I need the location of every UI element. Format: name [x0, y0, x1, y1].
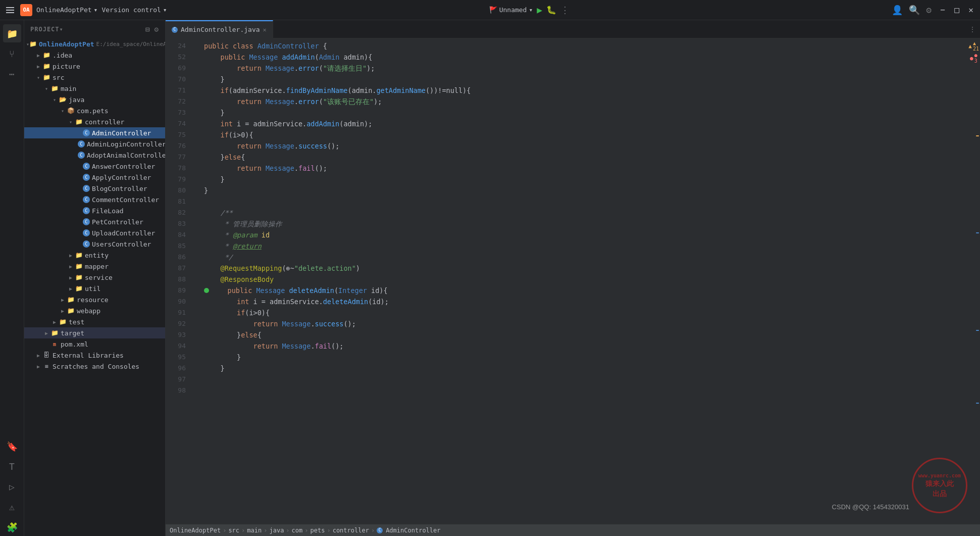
code-line	[196, 385, 970, 396]
tree-item-answercontroller[interactable]: ▶ C AnswerController	[24, 161, 165, 172]
tab-close-button[interactable]: ✕	[263, 26, 267, 33]
breadcrumb-java[interactable]: java	[269, 527, 284, 534]
sidebar-header-actions: ⊟ ⚙	[145, 25, 159, 33]
tree-item-src[interactable]: ▾ 📁 src	[24, 72, 165, 83]
close-button[interactable]: ✕	[966, 5, 976, 15]
code-line: return Message.fail();	[196, 163, 970, 174]
tree-item-service[interactable]: ▶ 📁 service	[24, 272, 165, 283]
tree-item-target[interactable]: ▶ 📁 target	[24, 327, 165, 338]
code-line: * @param id	[196, 229, 970, 240]
search-icon[interactable]: 🔍	[909, 5, 920, 15]
tree-item-applycontroller[interactable]: ▶ C ApplyController	[24, 172, 165, 183]
run-button[interactable]: ▶	[537, 5, 542, 15]
tree-item-root[interactable]: ▾ 📁 OnlineAdoptPet E:/idea_space/OnlineA…	[24, 38, 165, 50]
line-number: 52	[166, 52, 192, 63]
sidebar: Project ▾ ⊟ ⚙ ▾ 📁 OnlineAdoptPet E:/idea…	[24, 20, 166, 536]
lib-icon: 🗄	[42, 351, 50, 359]
code-line: @RequestMapping(⊕~"delete.action")	[196, 263, 970, 274]
breadcrumb-com[interactable]: com	[292, 527, 303, 534]
watermark: www.yuanrc.com 猿来入此 出品	[909, 455, 970, 516]
run-config[interactable]: 🚩 Unnamed ▾	[489, 6, 533, 14]
activity-terminal[interactable]: T	[3, 457, 21, 475]
title-bar-center: 🚩 Unnamed ▾ ▶ 🐛 ⋮	[489, 5, 570, 15]
tree-item-main[interactable]: ▾ 📁 main	[24, 83, 165, 94]
tree-item-picture[interactable]: ▶ 📁 picture	[24, 61, 165, 72]
tab-icon: C	[172, 27, 178, 33]
line-number: 85	[166, 240, 192, 252]
settings-sidebar-icon[interactable]: ⚙	[154, 25, 159, 33]
debug-button[interactable]: 🐛	[546, 5, 556, 15]
tree-item-fileload[interactable]: ▶ C FileLoad	[24, 205, 165, 216]
tree-item-entity[interactable]: ▶ 📁 entity	[24, 250, 165, 261]
code-line: }	[196, 363, 970, 374]
code-editor[interactable]: 2452697071727374757677787980818283848586…	[166, 38, 980, 524]
tab-more-button[interactable]: ⋮	[965, 25, 980, 33]
tree-item-test[interactable]: ▶ 📁 test	[24, 316, 165, 327]
tree-item-blogcontroller[interactable]: ▶ C BlogController	[24, 183, 165, 194]
breadcrumb-src[interactable]: src	[228, 527, 239, 534]
tree-item-idea[interactable]: ▶ 📁 .idea	[24, 50, 165, 61]
line-number: 84	[166, 229, 192, 240]
profile-icon[interactable]: 👤	[892, 5, 903, 15]
tree-item-admincontroller[interactable]: ▶ C AdminController	[24, 127, 165, 138]
folder-icon: 📁	[29, 40, 37, 48]
settings-icon[interactable]: ⚙	[926, 5, 932, 15]
activity-bookmark[interactable]: 🔖	[3, 437, 21, 455]
collapse-all-icon[interactable]: ⊟	[145, 25, 150, 33]
tree-item-uploadcontroller[interactable]: ▶ C UploadController	[24, 227, 165, 238]
line-number: 74	[166, 118, 192, 129]
tree-item-webapp[interactable]: ▶ 📁 webapp	[24, 305, 165, 316]
more-run-options[interactable]: ⋮	[560, 5, 570, 15]
line-number: 96	[166, 363, 192, 374]
activity-run2[interactable]: ▷	[3, 477, 21, 496]
java-class-icon: C	[83, 240, 90, 248]
item-label: service	[85, 274, 113, 281]
tree-item-commentcontroller[interactable]: ▶ C CommentController	[24, 194, 165, 205]
activity-plugins[interactable]: 🧩	[3, 518, 21, 536]
breadcrumb-root[interactable]: OnlineAdoptPet	[170, 527, 221, 534]
java-class-icon: C	[78, 152, 85, 159]
tab-bar: C AdminController.java ✕ ⋮	[166, 20, 980, 38]
tree-item-adminlogincontroller[interactable]: ▶ C AdminLoginController	[24, 138, 165, 150]
breadcrumb-admincontroller[interactable]: AdminController	[386, 527, 440, 534]
line-number: 98	[166, 385, 192, 396]
tree-item-pomxml[interactable]: ▶ m pom.xml	[24, 338, 165, 350]
tab-admincontroller[interactable]: C AdminController.java ✕	[166, 20, 273, 38]
tree-item-controller[interactable]: ▾ 📁 controller	[24, 116, 165, 127]
project-menu[interactable]: OnlineAdoptPet ▾	[36, 6, 97, 14]
tree-item-petcontroller[interactable]: ▶ C PetController	[24, 216, 165, 227]
line-number: 70	[166, 74, 192, 85]
code-line: @ResponseBody	[196, 274, 970, 285]
code-content[interactable]: public class AdminController { public Me…	[196, 38, 970, 524]
item-label: AdminLoginController	[87, 140, 165, 148]
java-class-icon: C	[78, 140, 85, 148]
maximize-button[interactable]: □	[952, 5, 962, 15]
tree-item-java[interactable]: ▾ 📂 java	[24, 94, 165, 105]
activity-more[interactable]: ⋯	[3, 65, 21, 83]
folder-icon: 📁	[42, 51, 50, 59]
breadcrumb-main[interactable]: main	[247, 527, 262, 534]
activity-explorer[interactable]: 📁	[3, 24, 21, 42]
version-control-menu[interactable]: Version control ▾	[101, 6, 167, 14]
tree-item-compets[interactable]: ▾ 📦 com.pets	[24, 105, 165, 116]
tree-item-resource[interactable]: ▶ 📁 resource	[24, 294, 165, 305]
tree-item-userscontroller[interactable]: ▶ C UsersController	[24, 238, 165, 250]
line-number: 24	[166, 40, 192, 52]
warning-icon: ▲	[968, 43, 972, 50]
breadcrumb-pets[interactable]: pets	[311, 527, 325, 534]
item-label: Scratches and Consoles	[53, 363, 139, 370]
tree-item-util[interactable]: ▶ 📁 util	[24, 283, 165, 294]
tree-item-scratches[interactable]: ▶ ≡ Scratches and Consoles	[24, 361, 165, 372]
code-line: /**	[196, 207, 970, 218]
activity-problems[interactable]: ⚠	[3, 498, 21, 516]
tree-item-mapper[interactable]: ▶ 📁 mapper	[24, 261, 165, 272]
minimize-button[interactable]: −	[938, 5, 948, 15]
tree-item-external-libs[interactable]: ▶ 🗄 External Libraries	[24, 350, 165, 361]
tree-item-adoptanimalcontroller[interactable]: ▶ C AdoptAnimalController	[24, 150, 165, 161]
item-label: test	[69, 318, 84, 326]
code-line: public Message deleteAdmin(Integer id){	[196, 285, 970, 296]
hamburger-menu[interactable]	[4, 4, 16, 16]
right-scroll-gutter[interactable]: ▲ ▲ 21 ● ● 3	[970, 38, 980, 524]
breadcrumb-controller[interactable]: controller	[333, 527, 369, 534]
activity-git[interactable]: ⑂	[3, 44, 21, 63]
